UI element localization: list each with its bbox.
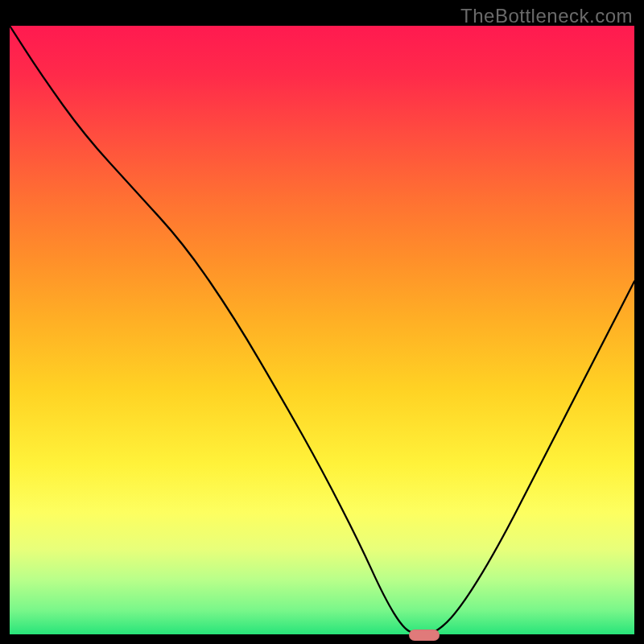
curve-svg — [10, 26, 634, 634]
bottleneck-chart: TheBottleneck.com — [0, 0, 644, 644]
optimal-marker — [409, 630, 440, 641]
bottleneck-curve-line — [10, 26, 634, 634]
plot-area — [8, 24, 636, 636]
